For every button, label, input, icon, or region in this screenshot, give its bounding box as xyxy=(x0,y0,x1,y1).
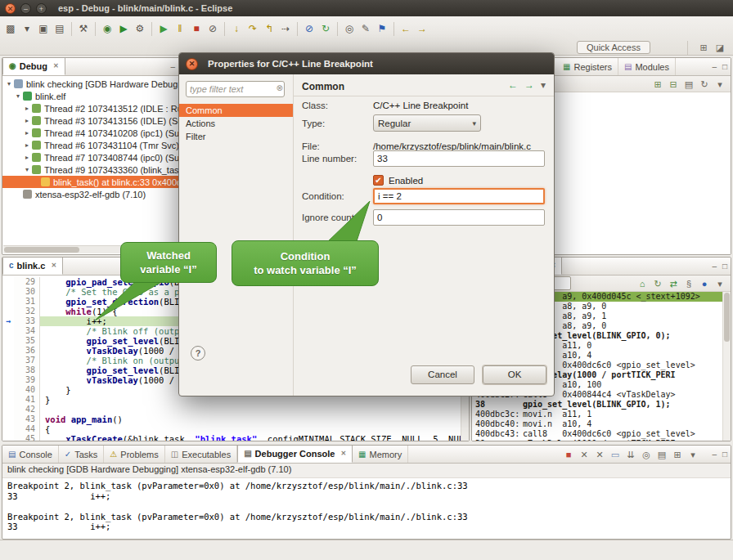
tab-modules[interactable]: ▤Modules xyxy=(618,58,676,75)
terminate-button[interactable]: ■ xyxy=(189,21,204,36)
sync-selection-button[interactable]: ⇄ xyxy=(667,277,680,290)
step-over-button[interactable]: ↷ xyxy=(245,21,260,36)
cancel-button[interactable]: Cancel xyxy=(411,365,474,384)
terminate-console-button[interactable]: ■ xyxy=(562,448,575,461)
toggle-breakpoint-button[interactable]: ● xyxy=(698,277,711,290)
editor-line[interactable]: 43void app_main() xyxy=(2,414,469,424)
expand-arrow-icon[interactable]: ▸ xyxy=(23,105,31,112)
editor-line[interactable]: 45 xTaskCreate(&blink_task, "blink_task"… xyxy=(2,434,469,441)
quick-access-button[interactable]: Quick Access xyxy=(577,41,650,54)
close-button[interactable]: ✕ xyxy=(5,3,16,14)
minimize-button[interactable]: – xyxy=(20,3,31,14)
view-menu-button[interactable]: ▾ xyxy=(686,448,699,461)
disconnect-button[interactable]: ⊘ xyxy=(205,21,220,36)
debug-tree-item[interactable]: ▸Thread #3 1073413156 (IDLE) (Susp xyxy=(2,114,189,127)
close-icon[interactable]: ✕ xyxy=(340,450,346,457)
editor-line[interactable]: 42 xyxy=(2,405,469,414)
maximize-icon[interactable]: □ xyxy=(722,262,727,271)
dialog-category-filter[interactable]: Filter xyxy=(179,130,293,143)
expand-arrow-icon[interactable]: ▾ xyxy=(23,166,31,173)
run-button[interactable]: ▶ xyxy=(116,21,131,36)
console-output[interactable]: Breakpoint 2, blink_task (pvParameter=0x… xyxy=(2,478,731,535)
back-button[interactable]: ← xyxy=(398,21,413,36)
collapse-all-button[interactable]: ⊟ xyxy=(667,78,680,91)
open-perspective-button[interactable]: ⊞ xyxy=(697,41,710,54)
expand-arrow-icon[interactable]: ▾ xyxy=(5,80,13,87)
disassembly-row[interactable]: 400dbc40:movi.n a10, 4 xyxy=(472,419,723,429)
minimize-icon[interactable]: ‒ xyxy=(712,62,717,72)
debug-tree-item[interactable]: ▾blink checking [GDB Hardware Debug xyxy=(2,78,189,90)
step-return-button[interactable]: ↰ xyxy=(262,21,277,36)
search-button[interactable]: ◎ xyxy=(342,21,357,36)
debug-tree-item[interactable]: ▸Thread #4 1073410208 (ipc1) (Susp xyxy=(2,127,189,139)
debug-tree-item[interactable]: ▸Thread #2 1073413512 (IDLE : Runn xyxy=(2,102,189,114)
debug-tree-item[interactable]: blink_task() at blink.c:33 0x400db xyxy=(2,176,189,188)
scroll-lock-button[interactable]: ⇊ xyxy=(624,448,637,461)
step-into-button[interactable]: ↓ xyxy=(229,21,244,36)
save-button[interactable]: ▣ xyxy=(36,21,51,36)
remove-launch-button[interactable]: ✕ xyxy=(578,448,591,461)
tab-debug[interactable]: ◉ Debug ✕ xyxy=(2,57,65,75)
line-number-input[interactable] xyxy=(373,150,545,167)
expand-arrow-icon[interactable]: ▸ xyxy=(23,129,31,137)
dialog-close-button[interactable]: ✕ xyxy=(186,58,198,70)
tab-blink-c[interactable]: c blink.c ✕ xyxy=(2,257,63,275)
skip-breakpoints-button[interactable]: ⊘ xyxy=(302,21,317,36)
type-dropdown[interactable]: Regular ▾ xyxy=(373,114,481,132)
help-button[interactable]: ? xyxy=(191,346,205,361)
pin-console-button[interactable]: ◎ xyxy=(640,448,653,461)
minimize-icon[interactable]: ‒ xyxy=(712,450,717,459)
layout-button[interactable]: ▤ xyxy=(682,78,695,91)
ok-button[interactable]: OK xyxy=(483,365,546,384)
restart-button[interactable]: ↻ xyxy=(318,21,333,36)
minimize-icon[interactable]: ‒ xyxy=(712,262,717,271)
annotations-button[interactable]: ✎ xyxy=(358,21,373,36)
disassembly-row[interactable]: 39vTaskDelay(1000 / portTICK_PERI xyxy=(472,439,723,441)
enabled-checkbox[interactable]: ✔ xyxy=(373,175,384,186)
scrollbar-thumb[interactable] xyxy=(4,247,79,253)
dialog-category-common[interactable]: Common xyxy=(179,104,293,117)
dialog-category-actions[interactable]: Actions xyxy=(179,117,293,130)
ignore-count-input[interactable] xyxy=(373,209,545,226)
maximize-button[interactable]: + xyxy=(36,3,47,14)
debug-button[interactable]: ◉ xyxy=(100,21,115,36)
suspend-button[interactable]: ‖ xyxy=(173,21,187,36)
display-selected-console-button[interactable]: ▤ xyxy=(655,448,668,461)
debug-tree-item[interactable]: ▸Thread #6 1073431104 (Tmr Svc) (S xyxy=(2,139,189,151)
new-button[interactable]: ▩ xyxy=(3,21,18,36)
tab-memory[interactable]: ▦Memory xyxy=(353,446,408,463)
expand-arrow-icon[interactable]: ▾ xyxy=(14,92,22,100)
home-button[interactable]: ⌂ xyxy=(636,277,649,290)
forward-button[interactable]: → xyxy=(415,21,429,36)
save-all-button[interactable]: ▤ xyxy=(52,21,67,36)
instruction-stepping-button[interactable]: ⇢ xyxy=(278,21,293,36)
expand-arrow-icon[interactable]: ▸ xyxy=(23,117,31,124)
debug-perspective-button[interactable]: ◪ xyxy=(713,41,726,54)
maximize-icon[interactable]: □ xyxy=(722,450,727,459)
disassembly-vertical-scrollbar[interactable] xyxy=(722,292,731,441)
scrollbar-thumb[interactable] xyxy=(724,293,730,342)
new-dropdown-icon[interactable]: ▾ xyxy=(20,21,34,36)
external-tools-button[interactable]: ⚙ xyxy=(133,21,147,36)
debug-tree-item[interactable]: ▾blink.elf xyxy=(2,90,189,102)
expand-all-button[interactable]: ⊞ xyxy=(651,78,664,91)
debug-tree-item[interactable]: xtensa-esp32-elf-gdb (7.10) xyxy=(2,188,189,200)
remove-all-launches-button[interactable]: ✕ xyxy=(593,448,606,461)
disassembly-row[interactable]: 38gpio_set_level(BLINK_GPIO, 1); xyxy=(472,400,723,410)
tab-tasks[interactable]: ✓Tasks xyxy=(59,446,105,463)
close-icon[interactable]: ✕ xyxy=(51,262,56,269)
disassembly-row[interactable]: 400dbc3c:movi.n a11, 1 xyxy=(472,410,723,419)
maximize-icon[interactable]: □ xyxy=(722,62,727,72)
back-arrow-icon[interactable]: ← xyxy=(508,79,518,91)
tab-registers[interactable]: ▦Registers xyxy=(557,58,618,75)
tab-debugger-console[interactable]: ▤Debugger Console✕ xyxy=(237,445,353,463)
tab-executables[interactable]: ◫Executables xyxy=(165,446,237,463)
clear-filter-icon[interactable]: ⊗ xyxy=(277,83,283,92)
view-menu-icon[interactable]: ▾ xyxy=(541,79,546,91)
expand-arrow-icon[interactable]: ▸ xyxy=(23,141,31,149)
disassembly-row[interactable]: 400dbc43:call8 0x400dc6c0 <gpio_set_leve… xyxy=(472,429,723,439)
filter-input[interactable] xyxy=(186,81,285,97)
close-icon[interactable]: ✕ xyxy=(53,62,59,69)
resume-button[interactable]: ▶ xyxy=(156,21,171,36)
clear-console-button[interactable]: ▭ xyxy=(609,448,622,461)
